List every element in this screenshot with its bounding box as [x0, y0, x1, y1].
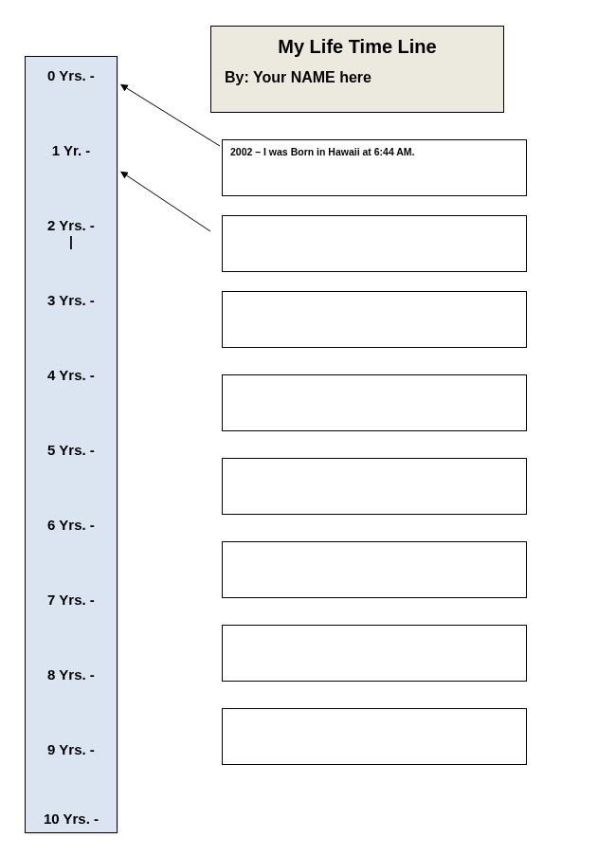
year-label-0: 0 Yrs. - [26, 67, 117, 83]
title-box: My Life Time Line By: Your NAME here [210, 26, 504, 113]
event-box-5[interactable] [222, 458, 527, 515]
year-label-10: 10 Yrs. - [26, 810, 117, 827]
year-label-7: 7 Yrs. - [26, 592, 117, 608]
event-box-3[interactable] [222, 291, 527, 348]
event-box-2[interactable] [222, 215, 527, 272]
year-label-1: 1 Yr. - [26, 142, 117, 158]
event-box-7[interactable] [222, 625, 527, 682]
year-label-2: 2 Yrs. - [26, 217, 117, 233]
year-label-5: 5 Yrs. - [26, 442, 117, 458]
event-box-4[interactable] [222, 374, 527, 431]
event-box-6[interactable] [222, 541, 527, 598]
event-box-8[interactable] [222, 708, 527, 765]
cursor-mark: | [69, 234, 73, 249]
year-label-9: 9 Yrs. - [26, 741, 117, 757]
year-label-8: 8 Yrs. - [26, 666, 117, 683]
page-title: My Life Time Line [225, 36, 490, 58]
arrow-2 [125, 174, 210, 231]
arrow-1 [125, 87, 220, 146]
timeline-column: 0 Yrs. - 1 Yr. - 2 Yrs. - | 3 Yrs. - 4 Y… [25, 56, 118, 833]
year-label-3: 3 Yrs. - [26, 292, 117, 308]
byline: By: Your NAME here [225, 69, 490, 86]
year-label-6: 6 Yrs. - [26, 517, 117, 533]
event-text-1: 2002 – I was Born in Hawaii at 6:44 AM. [230, 146, 415, 157]
event-box-1[interactable]: 2002 – I was Born in Hawaii at 6:44 AM. [222, 139, 527, 196]
year-label-4: 4 Yrs. - [26, 367, 117, 383]
